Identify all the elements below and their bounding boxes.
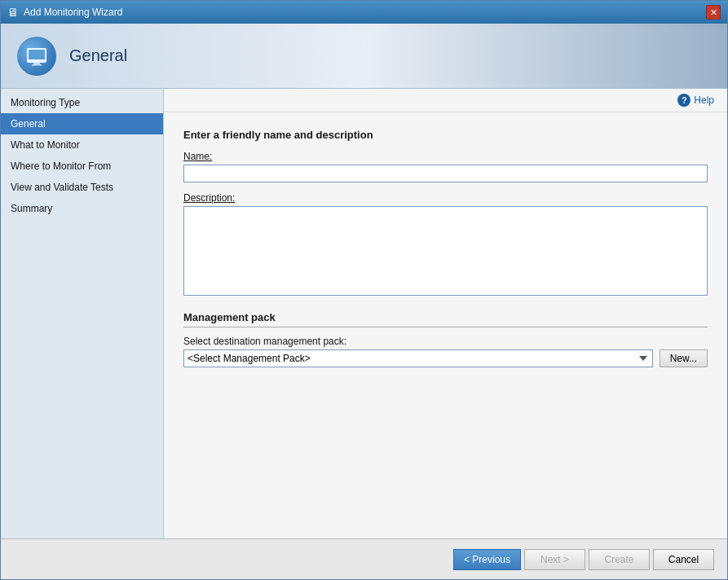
main-window: 🖥 Add Monitoring Wizard ✕ General Monito… [0, 0, 728, 580]
name-field-group: Name: [183, 151, 708, 182]
cancel-button[interactable]: Cancel [653, 549, 714, 570]
footer: < Previous Next > Create Cancel [1, 538, 727, 579]
header-area: General [1, 24, 727, 89]
sidebar-item-view-validate[interactable]: View and Validate Tests [1, 177, 163, 198]
select-destination-label: Select destination management pack: [183, 336, 708, 347]
management-pack-select[interactable]: <Select Management Pack> [183, 349, 653, 367]
select-row: <Select Management Pack> New... [183, 349, 708, 367]
sidebar-item-what-to-monitor[interactable]: What to Monitor [1, 134, 163, 156]
description-label: Description: [183, 192, 708, 204]
description-input[interactable] [183, 206, 708, 296]
title-bar: 🖥 Add Monitoring Wizard ✕ [1, 1, 727, 24]
svg-rect-1 [29, 50, 45, 59]
next-button[interactable]: Next > [524, 549, 585, 570]
window-title: Add Monitoring Wizard [24, 7, 122, 18]
svg-rect-3 [32, 64, 42, 66]
main-area: Monitoring Type General What to Monitor … [1, 89, 727, 538]
management-pack-title: Management pack [183, 311, 708, 327]
help-link[interactable]: ? Help [677, 94, 714, 107]
name-label: Name: [183, 151, 708, 162]
svg-rect-2 [33, 63, 40, 64]
content-inner: Enter a friendly name and description Na… [164, 112, 727, 538]
header-title: General [69, 46, 127, 65]
create-button[interactable]: Create [589, 549, 650, 570]
new-button[interactable]: New... [660, 349, 708, 367]
description-field-group: Description: [183, 192, 708, 298]
sidebar: Monitoring Type General What to Monitor … [1, 89, 164, 538]
title-bar-left: 🖥 Add Monitoring Wizard [7, 6, 122, 19]
management-pack-section: Management pack Select destination manag… [183, 311, 708, 367]
close-button[interactable]: ✕ [706, 5, 721, 20]
textarea-container [183, 206, 708, 298]
name-input[interactable] [183, 165, 708, 182]
header-icon [17, 37, 56, 76]
help-bar: ? Help [164, 89, 727, 112]
help-label: Help [694, 94, 714, 106]
section-title: Enter a friendly name and description [183, 129, 708, 141]
previous-button[interactable]: < Previous [453, 549, 521, 570]
help-icon: ? [677, 94, 690, 107]
sidebar-item-general[interactable]: General [1, 113, 163, 134]
window-icon: 🖥 [7, 6, 19, 19]
content-area: ? Help Enter a friendly name and descrip… [164, 89, 727, 538]
sidebar-item-monitoring-type[interactable]: Monitoring Type [1, 92, 163, 113]
sidebar-item-summary[interactable]: Summary [1, 198, 163, 219]
sidebar-item-where-to-monitor[interactable]: Where to Monitor From [1, 156, 163, 177]
